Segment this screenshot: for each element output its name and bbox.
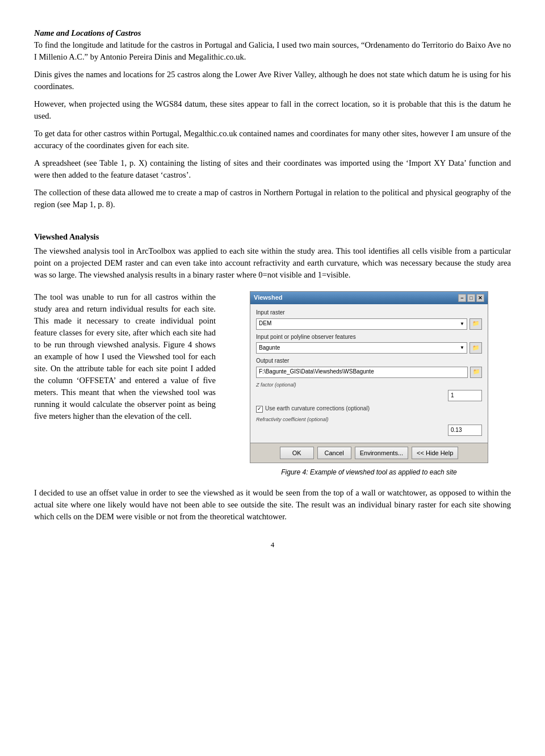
paragraph-1: To find the longitude and latitude for t… — [34, 39, 511, 63]
input-point-dropdown[interactable]: Bagunte ▼ — [256, 342, 467, 354]
input-point-browse-btn[interactable]: 📁 — [469, 342, 482, 354]
z-factor-input-row: 1 — [256, 390, 482, 401]
z-factor-row: Z factor (optional) 1 — [256, 381, 482, 401]
ok-button[interactable]: OK — [280, 447, 314, 459]
refractivity-input[interactable]: 0.13 — [448, 425, 482, 436]
input-point-label: Input point or polyline observer feature… — [256, 333, 482, 342]
z-factor-input[interactable]: 1 — [448, 390, 482, 401]
input-raster-dropdown[interactable]: DEM ▼ — [256, 318, 467, 330]
dialog-titlebar: Viewshed − □ ✕ — [250, 292, 488, 304]
paragraph-7: The viewshed analysis tool in ArcToolbox… — [34, 245, 511, 281]
output-raster-row: Output raster F:\Bagunte_GIS\Data\Viewsh… — [256, 357, 482, 378]
cancel-button[interactable]: Cancel — [317, 447, 351, 459]
output-raster-input-row: F:\Bagunte_GIS\Data\Viewsheds\WSBagunte … — [256, 367, 482, 378]
input-raster-browse-btn[interactable]: 📁 — [469, 318, 482, 330]
output-raster-input[interactable]: F:\Bagunte_GIS\Data\Viewsheds\WSBagunte — [256, 367, 468, 378]
output-raster-browse-btn[interactable]: 📁 — [470, 367, 482, 378]
z-factor-value: 1 — [451, 392, 454, 400]
refractivity-row: Refractivity coefficient (optional) 0.13 — [256, 416, 482, 436]
refractivity-value: 0.13 — [451, 426, 462, 435]
input-point-input-row: Bagunte ▼ 📁 — [256, 342, 482, 354]
input-point-value: Bagunte — [259, 344, 280, 352]
hidehelp-button[interactable]: << Hide Help — [412, 447, 458, 459]
paragraph-4: To get data for other castros within Por… — [34, 128, 511, 152]
input-raster-row: Input raster DEM ▼ 📁 — [256, 309, 482, 330]
paragraph-5: A spreadsheet (see Table 1, p. X) contai… — [34, 157, 511, 181]
two-column-section: The tool was unable to run for all castr… — [34, 291, 511, 477]
input-raster-arrow: ▼ — [460, 321, 464, 327]
refractivity-input-row: 0.13 — [256, 425, 482, 436]
right-column: Viewshed − □ ✕ Input raster DEM — [227, 291, 511, 477]
earth-curvature-label: Use earth curvature corrections (optiona… — [265, 405, 370, 413]
left-col-text: The tool was unable to run for all castr… — [34, 291, 216, 422]
environments-button[interactable]: Environments... — [355, 447, 408, 459]
input-point-arrow: ▼ — [460, 345, 464, 351]
paragraph-8: I decided to use an offset value in orde… — [34, 487, 511, 523]
viewshed-section-title: Viewshed Analysis — [34, 231, 511, 243]
input-raster-value: DEM — [259, 320, 271, 328]
dialog-minimize-btn[interactable]: − — [458, 294, 466, 302]
viewshed-dialog: Viewshed − □ ✕ Input raster DEM — [250, 291, 488, 463]
dialog-titlebar-buttons: − □ ✕ — [458, 294, 484, 302]
paragraph-2: Dinis gives the names and locations for … — [34, 69, 511, 93]
earth-curvature-checkbox-row: ✓ Use earth curvature corrections (optio… — [256, 405, 482, 414]
paragraph-3: However, when projected using the WGS84 … — [34, 98, 511, 122]
left-column: The tool was unable to run for all castr… — [34, 291, 216, 428]
input-raster-label: Input raster — [256, 309, 482, 317]
page-number: 4 — [34, 540, 511, 551]
input-raster-input-row: DEM ▼ 📁 — [256, 318, 482, 330]
earth-curvature-checkbox[interactable]: ✓ — [256, 406, 263, 413]
output-raster-label: Output raster — [256, 357, 482, 366]
dialog-footer: OK Cancel Environments... << Hide Help — [250, 443, 488, 463]
page: Name and Locations of Castros To find th… — [34, 27, 511, 551]
dialog-title-text: Viewshed — [254, 293, 283, 303]
dialog-body: Input raster DEM ▼ 📁 Input point or poly… — [250, 304, 488, 443]
refractivity-label: Refractivity coefficient (optional) — [256, 416, 482, 423]
output-raster-value: F:\Bagunte_GIS\Data\Viewsheds\WSBagunte — [259, 368, 374, 376]
dialog-maximize-btn[interactable]: □ — [467, 294, 475, 302]
section-title-castros: Name and Locations of Castros — [34, 27, 511, 39]
figure-caption: Figure 4: Example of viewshed tool as ap… — [281, 468, 457, 477]
paragraph-6: The collection of these data allowed me … — [34, 187, 511, 211]
input-point-row: Input point or polyline observer feature… — [256, 333, 482, 354]
dialog-close-btn[interactable]: ✕ — [476, 294, 484, 302]
z-factor-label: Z factor (optional) — [256, 381, 482, 389]
